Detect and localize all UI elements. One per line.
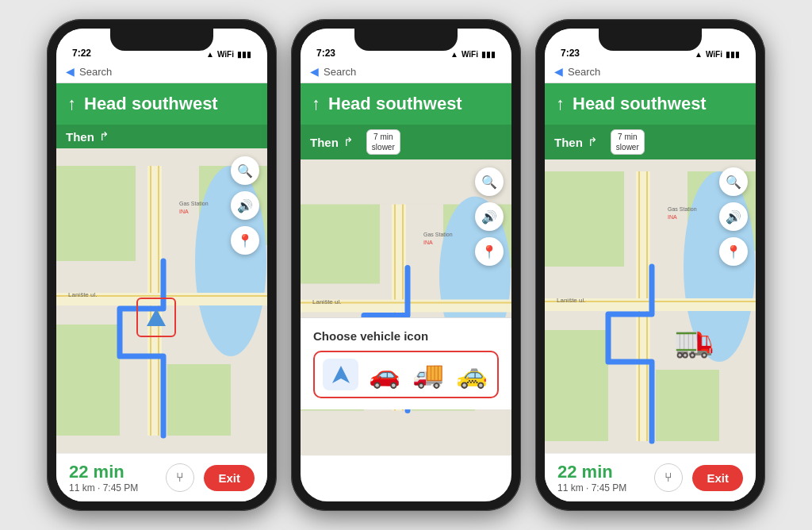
phone-3: 7:23 ▲ WiFi ▮▮▮ ◀ Search ↑ Head southwes…	[535, 19, 765, 511]
nav-header-3: ↑ Head southwest	[545, 83, 756, 125]
vehicle-option-green-truck[interactable]: 🚚	[410, 359, 446, 390]
svg-text:INA: INA	[423, 240, 433, 245]
location-btn-2[interactable]: 📍	[475, 237, 504, 266]
search-text-3: Search	[568, 66, 600, 78]
exit-btn-1[interactable]: Exit	[204, 465, 255, 491]
notch-1	[110, 29, 213, 51]
signal-icon-2: ▲	[450, 50, 458, 59]
svg-rect-30	[545, 171, 624, 267]
search-bar-1[interactable]: ◀ Search	[56, 62, 267, 83]
map-area-1: Lanište ul. Gas Station INA 🔍 🔊 📍	[56, 148, 267, 453]
svg-text:Gas Station: Gas Station	[423, 232, 453, 237]
svg-rect-31	[545, 330, 608, 441]
fork-btn-1[interactable]: ⑂	[166, 463, 194, 492]
audio-btn-2[interactable]: 🔊	[475, 202, 504, 231]
back-arrow-1[interactable]: ◀	[66, 65, 75, 78]
truck-on-map-3: 🚛	[674, 322, 714, 359]
location-btn-3[interactable]: 📍	[719, 237, 748, 266]
bottom-icons-1: ⑂ Exit	[166, 463, 255, 492]
eta-time-1: 22 min	[69, 462, 138, 482]
bottom-bar-3: 22 min 11 km · 7:45 PM ⑂ Exit	[545, 453, 756, 501]
svg-text:Lanište ul.: Lanište ul.	[557, 297, 585, 304]
eta-details-1: 11 km · 7:45 PM	[69, 482, 138, 494]
svg-rect-3	[167, 364, 231, 436]
svg-text:INA: INA	[668, 214, 677, 220]
vehicle-option-yellow-car[interactable]: 🚕	[454, 359, 489, 390]
time-2: 7:23	[316, 48, 335, 59]
eta-info-1: 22 min 11 km · 7:45 PM	[69, 462, 138, 494]
then-label-2: Then	[310, 136, 339, 149]
slower-badge-2: 7 minslower	[366, 129, 400, 155]
nav-arrow-map-1	[147, 309, 166, 326]
map-buttons-1: 🔍 🔊 📍	[231, 156, 259, 255]
map-buttons-2: 🔍 🔊 📍	[475, 167, 504, 266]
wifi-icon-3: WiFi	[706, 50, 722, 59]
direction-arrow-1: ↑	[67, 94, 76, 114]
notch-3	[599, 29, 702, 51]
svg-text:Gas Station: Gas Station	[179, 201, 209, 206]
search-btn-3[interactable]: 🔍	[719, 167, 748, 196]
status-icons-1: ▲ WiFi ▮▮▮	[206, 50, 251, 59]
nav-header-1: ↑ Head southwest	[56, 83, 267, 125]
svg-rect-2	[56, 325, 120, 436]
fork-btn-3[interactable]: ⑂	[654, 463, 683, 492]
phone-2: 7:23 ▲ WiFi ▮▮▮ ◀ Search ↑ Head southwes…	[291, 19, 521, 511]
svg-text:INA: INA	[179, 209, 189, 214]
nav-title-2: Head southwest	[328, 94, 462, 114]
then-label-3: Then	[554, 136, 583, 149]
map-area-3: Lanište ul. Gas Station INA 🚛 🔍 🔊 📍	[545, 159, 756, 453]
svg-rect-32	[656, 370, 719, 441]
search-btn-2[interactable]: 🔍	[475, 167, 504, 196]
vehicle-options-2: 🚗 🚚 🚕	[313, 351, 499, 398]
battery-icon-3: ▮▮▮	[726, 50, 740, 59]
wifi-icon-2: WiFi	[462, 50, 478, 59]
then-bar-1: Then ↱	[56, 125, 267, 148]
audio-btn-3[interactable]: 🔊	[719, 202, 748, 231]
svg-text:Lanište ul.: Lanište ul.	[68, 291, 97, 298]
svg-text:Gas Station: Gas Station	[668, 206, 697, 212]
time-3: 7:23	[561, 48, 580, 59]
vehicle-option-arrow[interactable]	[323, 359, 358, 390]
then-arrow-2: ↱	[343, 135, 354, 149]
nav-title-3: Head southwest	[573, 94, 707, 114]
vehicle-chooser-2: Choose vehicle icon 🚗 🚚 🚕	[301, 317, 511, 409]
eta-details-3: 11 km · 7:45 PM	[557, 482, 626, 494]
vehicle-option-red-car[interactable]: 🚗	[366, 359, 402, 390]
phones-container: 7:22 ▲ WiFi ▮▮▮ ◀ Search ↑ Head southwes…	[31, 3, 781, 527]
eta-time-3: 22 min	[557, 462, 626, 482]
time-1: 7:22	[72, 48, 91, 59]
vehicle-chooser-title-2: Choose vehicle icon	[313, 329, 499, 343]
nav-indicator-1	[136, 298, 176, 337]
search-bar-2[interactable]: ◀ Search	[301, 62, 511, 83]
then-label-1: Then	[66, 130, 94, 144]
notch-2	[354, 29, 458, 51]
status-icons-2: ▲ WiFi ▮▮▮	[450, 50, 496, 59]
nav-title-1: Head southwest	[84, 94, 218, 114]
exit-btn-3[interactable]: Exit	[692, 465, 743, 491]
svg-rect-15	[301, 205, 380, 284]
map-buttons-3: 🔍 🔊 📍	[719, 167, 748, 266]
back-arrow-2[interactable]: ◀	[310, 65, 319, 78]
back-arrow-3[interactable]: ◀	[554, 65, 563, 78]
signal-icon-3: ▲	[695, 50, 703, 59]
then-arrow-1: ↱	[99, 129, 109, 144]
search-text-1: Search	[79, 66, 112, 78]
svg-text:Lanište ul.: Lanište ul.	[312, 298, 341, 305]
nav-header-2: ↑ Head southwest	[301, 83, 511, 125]
battery-icon-2: ▮▮▮	[481, 50, 496, 59]
audio-btn-1[interactable]: 🔊	[231, 191, 259, 220]
search-btn-1[interactable]: 🔍	[231, 156, 259, 185]
map-area-2: Lanište ul. Gas Station INA 🔍 🔊 📍 Choose…	[301, 159, 511, 455]
then-bar-2: Then ↱ 7 minslower	[301, 125, 511, 159]
location-btn-1[interactable]: 📍	[231, 226, 259, 255]
direction-arrow-3: ↑	[556, 94, 565, 114]
eta-info-3: 22 min 11 km · 7:45 PM	[557, 462, 626, 494]
search-bar-3[interactable]: ◀ Search	[545, 62, 756, 83]
phone-1: 7:22 ▲ WiFi ▮▮▮ ◀ Search ↑ Head southwes…	[47, 19, 277, 511]
svg-marker-28	[332, 366, 350, 383]
direction-arrow-2: ↑	[312, 94, 320, 114]
bottom-icons-3: ⑂ Exit	[654, 463, 743, 492]
bottom-bar-1: 22 min 11 km · 7:45 PM ⑂ Exit	[56, 453, 267, 501]
signal-icon-1: ▲	[206, 50, 214, 59]
then-bar-3: Then ↱ 7 minslower	[545, 125, 756, 159]
